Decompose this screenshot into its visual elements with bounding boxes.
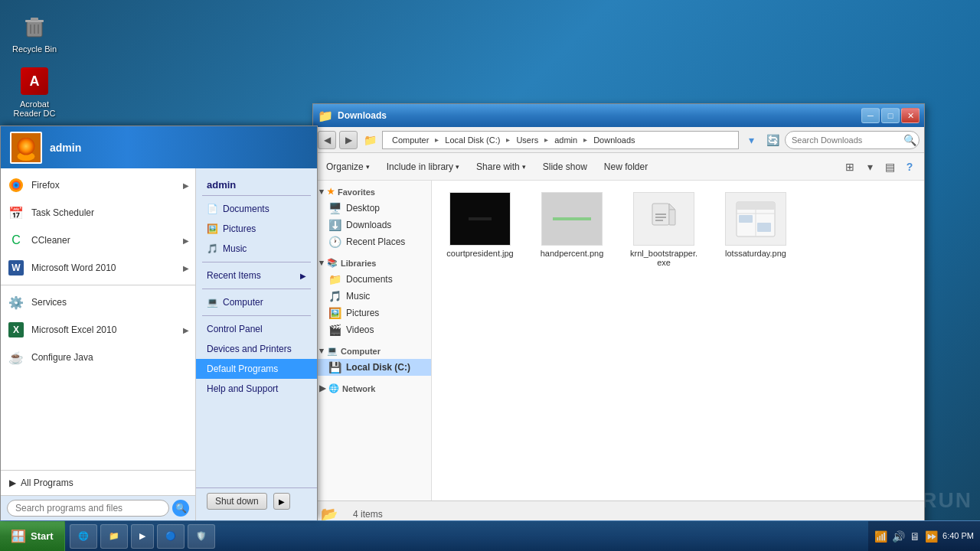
- file-item-handpercent[interactable]: handpercent.png: [530, 187, 614, 272]
- slide-show-button[interactable]: Slide show: [536, 158, 594, 175]
- help-button[interactable]: ?: [901, 158, 918, 175]
- taskbar-item-explorer[interactable]: 📁: [100, 524, 128, 549]
- path-admin[interactable]: admin: [551, 135, 580, 145]
- nav-desktop[interactable]: 🖥️ Desktop: [313, 200, 431, 217]
- address-path[interactable]: Computer ▸ Local Disk (C:) ▸ Users ▸ adm…: [382, 131, 739, 149]
- right-item-computer[interactable]: 💻 Computer: [196, 292, 317, 312]
- address-dropdown[interactable]: ▾: [742, 131, 760, 149]
- close-button[interactable]: ✕: [901, 108, 920, 123]
- path-localdisk[interactable]: Local Disk (C:): [442, 135, 503, 145]
- nav-pictures[interactable]: 🖼️ Pictures: [313, 305, 431, 321]
- shutdown-button[interactable]: Shut down: [207, 493, 267, 510]
- right-divider: [202, 289, 311, 289]
- start-menu-left: Firefox ▶ 📅 Task Scheduler C CCleaner ▶: [1, 168, 196, 520]
- nav-local-disk[interactable]: 💾 Local Disk (C:): [313, 359, 431, 376]
- menu-label: Microsoft Excel 2010: [31, 324, 177, 335]
- search-button[interactable]: 🔍: [900, 131, 919, 149]
- svg-rect-21: [737, 202, 775, 210]
- nav-downloads[interactable]: ⬇️ Downloads: [313, 217, 431, 233]
- tray-volume-icon[interactable]: 🔊: [892, 530, 905, 543]
- refresh-button[interactable]: 🔄: [763, 131, 782, 149]
- tray-media-icon[interactable]: ⏩: [925, 530, 938, 543]
- right-item-pictures[interactable]: 🖼️ Pictures: [196, 219, 317, 239]
- desktop-icon-acrobat[interactable]: A Acrobat Reader DC: [8, 63, 61, 121]
- shutdown-arrow[interactable]: ▶: [273, 493, 290, 510]
- search-input[interactable]: [786, 134, 900, 146]
- window-titlebar: 📁 Downloads ─ □ ✕: [313, 104, 924, 127]
- programs-search-button[interactable]: 🔍: [172, 500, 189, 517]
- menu-item-excel[interactable]: X Microsoft Excel 2010 ▶: [1, 316, 195, 344]
- back-button[interactable]: ◀: [318, 131, 336, 149]
- tray-display-icon[interactable]: 🖥: [910, 530, 920, 543]
- taskbar-item-security[interactable]: 🛡️: [188, 524, 215, 549]
- menu-item-ccleaner[interactable]: C CCleaner ▶: [1, 227, 195, 254]
- taskbar: 🪟 Start 🌐 📁 ▶ 🔵 🛡️: [0, 520, 980, 551]
- address-bar: ◀ ▶ 📁 Computer ▸ Local Disk (C:) ▸ Users…: [313, 127, 924, 153]
- menu-item-services[interactable]: ⚙️ Services: [1, 289, 195, 316]
- right-item-music[interactable]: 🎵 Music: [196, 239, 317, 259]
- svg-marker-15: [669, 204, 675, 210]
- all-programs-button[interactable]: ▶ All Programs: [7, 475, 76, 491]
- forward-button[interactable]: ▶: [339, 131, 358, 149]
- security-icon: 🛡️: [196, 531, 207, 541]
- start-button[interactable]: 🪟 Start: [0, 521, 65, 551]
- right-item-control-panel[interactable]: Control Panel: [196, 319, 317, 339]
- java-icon: ☕: [7, 348, 25, 367]
- nav-videos[interactable]: 🎬 Videos: [313, 321, 431, 338]
- word-icon: W: [7, 259, 25, 277]
- tray-network-icon[interactable]: 📶: [874, 530, 887, 543]
- nav-documents[interactable]: 📁 Documents: [313, 271, 431, 288]
- view-toggle-button[interactable]: ⊞: [841, 158, 858, 175]
- right-item-documents[interactable]: 📄 Documents: [196, 199, 317, 219]
- nav-computer-header[interactable]: ▾ 💻 Computer: [313, 343, 431, 359]
- desktop: Recycle Bin A Acrobat Reader DC listedwe…: [0, 0, 980, 551]
- file-name: handpercent.png: [541, 249, 604, 258]
- menu-item-word[interactable]: W Microsoft Word 2010 ▶: [1, 254, 195, 282]
- file-item-courtpresident[interactable]: courtpresident.jpg: [438, 187, 522, 272]
- right-item-default-programs[interactable]: Default Programs: [196, 359, 317, 379]
- nav-favorites-header[interactable]: ▾ ★ Favorites: [313, 184, 431, 200]
- programs-search-input[interactable]: [7, 500, 169, 517]
- path-computer[interactable]: Computer: [389, 135, 432, 145]
- ccleaner-icon: C: [7, 231, 25, 249]
- svg-point-33: [15, 184, 18, 187]
- explorer-icon: 📁: [109, 531, 119, 541]
- preview-pane-button[interactable]: ▤: [881, 158, 898, 175]
- include-in-library-button[interactable]: Include in library ▾: [380, 158, 466, 175]
- menu-item-task-scheduler[interactable]: 📅 Task Scheduler: [1, 199, 195, 227]
- taskbar-item-browser[interactable]: 🔵: [157, 524, 185, 549]
- path-users[interactable]: Users: [513, 135, 541, 145]
- share-with-button[interactable]: Share with ▾: [469, 158, 533, 175]
- nav-network-header[interactable]: ▶ 🌐 Network: [313, 380, 431, 396]
- desktop-icon-recycle-bin[interactable]: Recycle Bin: [8, 8, 61, 57]
- view-dropdown-button[interactable]: ▾: [861, 158, 878, 175]
- path-downloads[interactable]: Downloads: [590, 135, 638, 145]
- right-item-recent-items[interactable]: Recent Items ▶: [196, 266, 317, 285]
- nav-libraries-header[interactable]: ▾ 📚 Libraries: [313, 255, 431, 271]
- maximize-button[interactable]: □: [881, 108, 900, 123]
- right-item-help-support[interactable]: Help and Support: [196, 379, 317, 399]
- all-programs-section: ▶ All Programs: [1, 470, 195, 495]
- excel-icon: X: [7, 321, 25, 339]
- toolbar-right: ⊞ ▾ ▤ ?: [841, 158, 918, 175]
- menu-item-firefox[interactable]: Firefox ▶: [1, 171, 195, 199]
- system-clock[interactable]: 6:40 PM: [942, 530, 974, 541]
- nav-recent-places[interactable]: 🕐 Recent Places: [313, 233, 431, 250]
- menu-item-java[interactable]: ☕ Configure Java: [1, 344, 195, 371]
- explorer-body: ▾ ★ Favorites 🖥️ Desktop ⬇️ Downloads 🕐 …: [313, 181, 924, 500]
- minimize-button[interactable]: ─: [861, 108, 880, 123]
- window-title-icon: 📁: [318, 109, 333, 123]
- new-folder-button[interactable]: New folder: [597, 158, 655, 175]
- include-label: Include in library: [387, 161, 453, 172]
- window-title: Downloads: [338, 110, 857, 121]
- right-item-devices-printers[interactable]: Devices and Printers: [196, 339, 317, 359]
- file-explorer-window: 📁 Downloads ─ □ ✕ ◀ ▶ 📁 Computer ▸ Local…: [312, 103, 925, 528]
- menu-label: Configure Java: [31, 352, 189, 363]
- taskbar-item-ie[interactable]: 🌐: [70, 524, 97, 549]
- organize-button[interactable]: Organize ▾: [319, 158, 377, 175]
- taskbar-item-wmp[interactable]: ▶: [131, 524, 154, 549]
- file-content: courtpresident.jpg handpercent.png: [432, 181, 924, 500]
- file-item-krnl-bootstrapper[interactable]: krnl_bootstrapper.exe: [622, 187, 706, 272]
- nav-music[interactable]: 🎵 Music: [313, 288, 431, 305]
- file-item-lotssaturday[interactable]: lotssaturday.png: [714, 187, 798, 272]
